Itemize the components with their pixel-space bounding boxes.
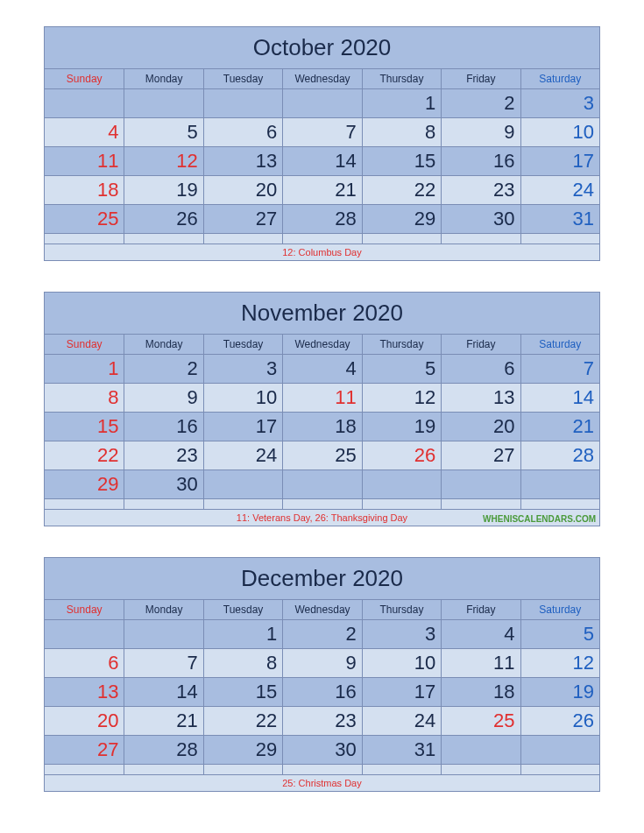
day-cell: 18 bbox=[45, 175, 124, 204]
day-cell: 5 bbox=[520, 619, 599, 648]
day-cell: 25 bbox=[441, 706, 520, 735]
day-cell: 15 bbox=[362, 146, 441, 175]
day-cell: 13 bbox=[203, 146, 282, 175]
day-cell bbox=[203, 469, 282, 498]
day-cell: 27 bbox=[441, 441, 520, 469]
day-cell: 10 bbox=[362, 648, 441, 677]
day-cell: 9 bbox=[441, 117, 520, 146]
day-cell: 17 bbox=[203, 412, 282, 441]
calendar-month: October 2020SundayMondayTuesdayWednesday… bbox=[44, 26, 600, 261]
day-cell: 22 bbox=[203, 706, 282, 735]
day-cell: 4 bbox=[282, 354, 361, 383]
day-cell: 30 bbox=[441, 204, 520, 233]
day-cell-empty bbox=[362, 764, 441, 774]
day-cell: 12 bbox=[520, 648, 599, 677]
day-cell-empty bbox=[441, 498, 520, 509]
day-cell: 23 bbox=[441, 175, 520, 204]
day-cell: 18 bbox=[282, 412, 361, 441]
day-cell: 13 bbox=[45, 677, 124, 706]
day-cell: 18 bbox=[441, 677, 520, 706]
day-cell: 8 bbox=[362, 117, 441, 146]
day-cell-empty bbox=[441, 233, 520, 244]
day-cell: 1 bbox=[45, 354, 124, 383]
day-cell: 6 bbox=[45, 648, 124, 677]
month-title: October 2020 bbox=[45, 27, 599, 68]
calendar-month: December 2020SundayMondayTuesdayWednesda… bbox=[44, 557, 600, 792]
day-cell: 31 bbox=[362, 735, 441, 764]
day-header: Thursday bbox=[362, 599, 441, 619]
day-header: Tuesday bbox=[203, 599, 282, 619]
day-cell: 28 bbox=[282, 204, 361, 233]
day-cell: 11 bbox=[282, 383, 361, 412]
day-cell: 24 bbox=[362, 706, 441, 735]
day-cell: 24 bbox=[203, 441, 282, 469]
day-cell: 16 bbox=[441, 146, 520, 175]
day-cell: 31 bbox=[520, 204, 599, 233]
month-title: November 2020 bbox=[45, 293, 599, 334]
day-cell: 11 bbox=[441, 648, 520, 677]
day-cell: 15 bbox=[203, 677, 282, 706]
calendar-month: November 2020SundayMondayTuesdayWednesda… bbox=[44, 292, 600, 526]
day-cell bbox=[124, 619, 202, 648]
day-cell bbox=[124, 88, 202, 117]
holidays-footer: 12: Columbus Day bbox=[45, 244, 599, 260]
day-cell: 3 bbox=[362, 619, 441, 648]
day-cell: 7 bbox=[520, 354, 599, 383]
month-title: December 2020 bbox=[45, 558, 599, 599]
day-cell: 21 bbox=[124, 706, 202, 735]
day-cell: 6 bbox=[203, 117, 282, 146]
day-cell-empty bbox=[282, 498, 361, 509]
day-cell: 28 bbox=[124, 735, 202, 764]
day-cell-empty bbox=[520, 233, 599, 244]
day-cell-empty bbox=[362, 233, 441, 244]
day-cell: 16 bbox=[282, 677, 361, 706]
holidays-footer: 25: Christmas Day bbox=[45, 774, 599, 791]
day-cell bbox=[441, 469, 520, 498]
day-cell: 29 bbox=[45, 469, 124, 498]
day-cell bbox=[282, 88, 361, 117]
day-cell: 24 bbox=[520, 175, 599, 204]
day-cell: 2 bbox=[124, 354, 202, 383]
calendar-grid: SundayMondayTuesdayWednesdayThursdayFrid… bbox=[45, 599, 599, 774]
day-header: Saturday bbox=[520, 334, 599, 354]
day-cell: 17 bbox=[362, 677, 441, 706]
day-cell: 12 bbox=[362, 383, 441, 412]
day-cell-empty bbox=[362, 498, 441, 509]
day-cell-empty bbox=[45, 498, 124, 509]
day-cell: 12 bbox=[124, 146, 202, 175]
day-cell bbox=[45, 619, 124, 648]
calendar-grid: SundayMondayTuesdayWednesdayThursdayFrid… bbox=[45, 334, 599, 509]
day-cell: 2 bbox=[282, 619, 361, 648]
day-cell: 26 bbox=[520, 706, 599, 735]
day-cell: 29 bbox=[203, 735, 282, 764]
day-cell: 27 bbox=[203, 204, 282, 233]
day-cell-empty bbox=[520, 764, 599, 774]
day-header: Tuesday bbox=[203, 334, 282, 354]
day-cell: 22 bbox=[362, 175, 441, 204]
watermark: WHENISCALENDARS.COM bbox=[483, 514, 596, 524]
day-cell: 8 bbox=[45, 383, 124, 412]
day-header: Sunday bbox=[45, 334, 124, 354]
day-cell-empty bbox=[203, 764, 282, 774]
day-header: Monday bbox=[124, 334, 202, 354]
day-cell bbox=[441, 735, 520, 764]
day-cell: 28 bbox=[520, 441, 599, 469]
day-cell: 26 bbox=[362, 441, 441, 469]
day-cell: 19 bbox=[520, 677, 599, 706]
day-header: Sunday bbox=[45, 68, 124, 88]
day-cell: 15 bbox=[45, 412, 124, 441]
day-cell: 26 bbox=[124, 204, 202, 233]
day-cell: 2 bbox=[441, 88, 520, 117]
day-header: Friday bbox=[441, 599, 520, 619]
day-cell bbox=[203, 88, 282, 117]
day-cell-empty bbox=[124, 764, 202, 774]
day-cell: 20 bbox=[203, 175, 282, 204]
day-cell: 4 bbox=[441, 619, 520, 648]
day-cell: 3 bbox=[520, 88, 599, 117]
day-header: Friday bbox=[441, 68, 520, 88]
day-cell bbox=[520, 735, 599, 764]
day-cell: 7 bbox=[124, 648, 202, 677]
day-header: Tuesday bbox=[203, 68, 282, 88]
day-cell: 11 bbox=[45, 146, 124, 175]
day-header: Thursday bbox=[362, 68, 441, 88]
